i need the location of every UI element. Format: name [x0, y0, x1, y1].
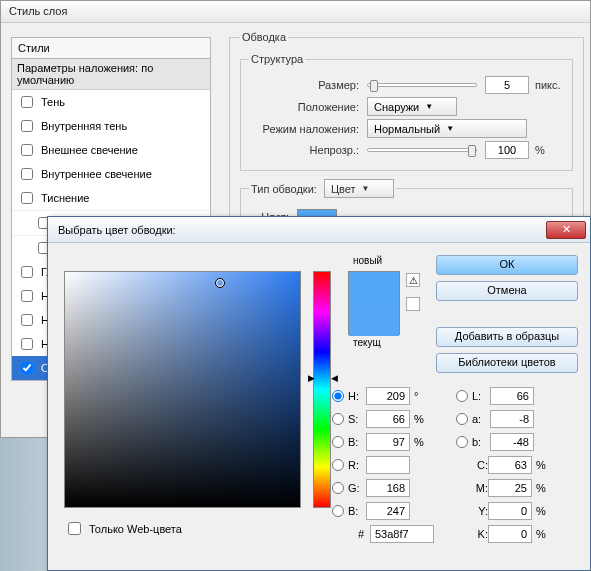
current-color-label: текущ — [353, 337, 381, 348]
stroke-legend: Обводка — [240, 31, 288, 43]
style-item-inner-glow[interactable]: Внутреннее свечение — [12, 162, 210, 186]
opacity-input[interactable] — [485, 141, 529, 159]
opacity-label: Непрозр.: — [249, 144, 359, 156]
opacity-slider[interactable] — [367, 148, 477, 152]
g-radio[interactable] — [332, 482, 344, 494]
r-radio[interactable] — [332, 459, 344, 471]
web-only-label: Только Web-цвета — [89, 523, 182, 535]
l-input[interactable] — [490, 387, 534, 405]
g-input[interactable] — [366, 479, 410, 497]
r-input[interactable] — [366, 456, 410, 474]
stroke-checkbox[interactable] — [21, 362, 33, 374]
color-selector-ring-icon[interactable] — [215, 278, 225, 288]
picker-title: Выбрать цвет обводки: — [58, 224, 176, 236]
style-item-inner-shadow[interactable]: Внутренняя тень — [12, 114, 210, 138]
inner-glow-checkbox[interactable] — [21, 168, 33, 180]
stroke-type-label: Тип обводки: — [251, 183, 317, 195]
stroke-type-combo[interactable]: Цвет▼ — [324, 179, 394, 198]
color-value-fields: H:° S:% B:% R: G: B: # L: a: b: C:% M:% … — [332, 383, 580, 547]
hex-input[interactable] — [370, 525, 434, 543]
blend-combo[interactable]: Нормальный▼ — [367, 119, 527, 138]
size-slider[interactable] — [367, 83, 477, 87]
a-input[interactable] — [490, 410, 534, 428]
web-only-checkbox[interactable] — [68, 522, 81, 535]
gloss-checkbox[interactable] — [21, 266, 33, 278]
grad-overlay-checkbox[interactable] — [21, 314, 33, 326]
color-field[interactable] — [64, 271, 301, 508]
layer-style-title: Стиль слоя — [1, 1, 590, 23]
color-preview — [348, 271, 400, 335]
position-combo[interactable]: Снаружи▼ — [367, 97, 457, 116]
patt-overlay-checkbox[interactable] — [21, 338, 33, 350]
chevron-down-icon: ▼ — [446, 124, 454, 133]
bc-radio[interactable] — [332, 505, 344, 517]
blending-options-row[interactable]: Параметры наложения: по умолчанию — [12, 59, 210, 90]
l-radio[interactable] — [456, 390, 468, 402]
styles-header: Стили — [11, 37, 211, 59]
picker-titlebar[interactable]: Выбрать цвет обводки: ✕ — [48, 217, 590, 243]
add-swatch-button[interactable]: Добавить в образцы — [436, 327, 578, 347]
style-item-bevel[interactable]: Тиснение — [12, 186, 210, 210]
new-color-swatch[interactable] — [349, 272, 399, 304]
web-only-row: Только Web-цвета — [64, 519, 182, 538]
close-icon: ✕ — [562, 223, 571, 236]
size-input[interactable] — [485, 76, 529, 94]
b-radio[interactable] — [456, 436, 468, 448]
shadow-checkbox[interactable] — [21, 96, 33, 108]
bv-radio[interactable] — [332, 436, 344, 448]
cancel-button[interactable]: Отмена — [436, 281, 578, 301]
c-input[interactable] — [488, 456, 532, 474]
m-input[interactable] — [488, 479, 532, 497]
hue-slider[interactable] — [313, 271, 331, 508]
slider-thumb-icon[interactable] — [370, 80, 378, 92]
style-item-shadow[interactable]: Тень — [12, 90, 210, 114]
close-button[interactable]: ✕ — [546, 221, 586, 239]
new-color-label: новый — [353, 255, 382, 266]
websafe-warning-icon[interactable] — [406, 297, 420, 311]
b-input[interactable] — [490, 433, 534, 451]
s-radio[interactable] — [332, 413, 344, 425]
ok-button[interactable]: ОК — [436, 255, 578, 275]
color-overlay-checkbox[interactable] — [21, 290, 33, 302]
gamut-warning-icon[interactable]: ⚠ — [406, 273, 420, 287]
h-radio[interactable] — [332, 390, 344, 402]
color-picker-dialog: Выбрать цвет обводки: ✕ ▶◀ новый текущ ⚠… — [47, 216, 591, 571]
bevel-checkbox[interactable] — [21, 192, 33, 204]
size-label: Размер: — [249, 79, 359, 91]
chevron-down-icon: ▼ — [425, 102, 433, 111]
slider-thumb-icon[interactable] — [468, 145, 476, 157]
chevron-down-icon: ▼ — [362, 184, 370, 193]
h-input[interactable] — [366, 387, 410, 405]
bc-input[interactable] — [366, 502, 410, 520]
y-input[interactable] — [488, 502, 532, 520]
color-libraries-button[interactable]: Библиотеки цветов — [436, 353, 578, 373]
structure-legend: Структура — [249, 53, 305, 65]
inner-shadow-checkbox[interactable] — [21, 120, 33, 132]
size-unit: пикс. — [535, 79, 561, 91]
a-radio[interactable] — [456, 413, 468, 425]
k-input[interactable] — [488, 525, 532, 543]
bv-input[interactable] — [366, 433, 410, 451]
structure-group: Структура Размер: пикс. Положение: Снару… — [240, 53, 573, 171]
style-item-outer-glow[interactable]: Внешнее свечение — [12, 138, 210, 162]
position-label: Положение: — [249, 101, 359, 113]
current-color-swatch[interactable] — [349, 304, 399, 336]
s-input[interactable] — [366, 410, 410, 428]
blend-label: Режим наложения: — [249, 123, 359, 135]
outer-glow-checkbox[interactable] — [21, 144, 33, 156]
opacity-unit: % — [535, 144, 545, 156]
hex-label: # — [332, 528, 364, 540]
